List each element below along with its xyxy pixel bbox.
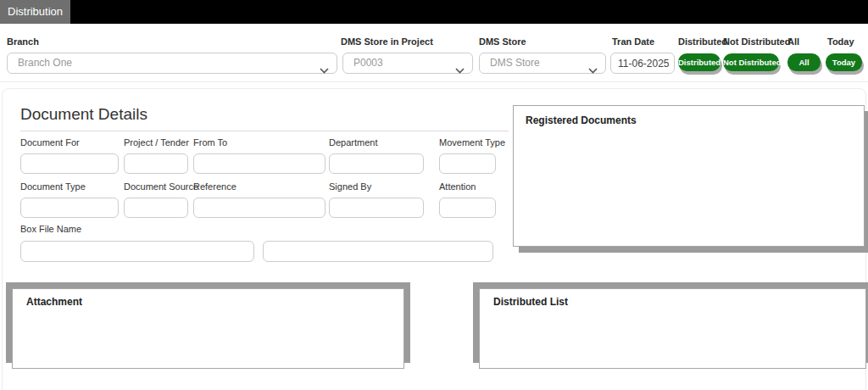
dms-store-value: DMS Store bbox=[490, 57, 540, 69]
dms-store-in-project-value: P0003 bbox=[353, 57, 383, 69]
signed-by-label: Signed By bbox=[329, 181, 424, 192]
filter-divider bbox=[0, 81, 868, 82]
chevron-down-icon bbox=[320, 61, 329, 81]
department-input[interactable] bbox=[329, 153, 424, 174]
department-label: Department bbox=[329, 137, 424, 148]
from-to-label: From To bbox=[193, 137, 326, 148]
reference-input[interactable] bbox=[193, 198, 326, 218]
tran-date-input[interactable] bbox=[610, 53, 675, 74]
dms-store-in-project-select[interactable]: P0003 bbox=[342, 53, 473, 74]
attention-input[interactable] bbox=[439, 198, 496, 218]
box-file-name-input-2[interactable] bbox=[263, 241, 493, 262]
field-signed-by: Signed By bbox=[329, 181, 424, 218]
distributed-button[interactable]: Distributed bbox=[678, 53, 721, 71]
field-document-for: Document For bbox=[20, 137, 119, 174]
all-button[interactable]: All bbox=[787, 53, 821, 71]
top-bar: Distribution bbox=[0, 0, 868, 24]
field-from-to: From To bbox=[193, 137, 326, 174]
document-for-input[interactable] bbox=[20, 153, 119, 174]
today-label: Today bbox=[827, 36, 854, 47]
project-tender-label: Project / Tender bbox=[124, 137, 188, 148]
dms-store-select[interactable]: DMS Store bbox=[479, 53, 606, 74]
field-movement-type: Movement Type bbox=[439, 137, 496, 174]
signed-by-input[interactable] bbox=[329, 198, 424, 218]
attachment-title: Attachment bbox=[13, 289, 403, 308]
registered-documents-panel: Registered Documents bbox=[513, 105, 865, 247]
field-project-tender: Project / Tender bbox=[124, 137, 188, 174]
field-document-source: Document Source bbox=[124, 181, 188, 218]
all-label: All bbox=[787, 36, 799, 47]
document-source-input[interactable] bbox=[124, 198, 188, 218]
reference-label: Reference bbox=[193, 181, 326, 192]
today-button[interactable]: Today bbox=[826, 53, 862, 71]
document-details-title: Document Details bbox=[20, 105, 147, 124]
movement-type-label: Movement Type bbox=[439, 137, 496, 148]
not-distributed-button[interactable]: Not Distributed bbox=[723, 53, 779, 71]
box-file-name-input-1[interactable] bbox=[20, 241, 254, 262]
tab-distribution[interactable]: Distribution bbox=[0, 0, 70, 24]
field-attention: Attention bbox=[439, 181, 496, 218]
document-for-label: Document For bbox=[20, 137, 119, 148]
chevron-down-icon bbox=[455, 61, 465, 81]
registered-documents-title: Registered Documents bbox=[514, 106, 864, 126]
tran-date-label: Tran Date bbox=[612, 36, 654, 47]
dms-store-in-project-label: DMS Store in Project bbox=[341, 36, 433, 47]
document-type-input[interactable] bbox=[20, 198, 119, 218]
dms-store-label: DMS Store bbox=[479, 36, 526, 47]
distributed-list-title: Distributed List bbox=[480, 289, 865, 308]
field-document-type: Document Type bbox=[20, 181, 119, 218]
box-file-name-label: Box File Name bbox=[20, 224, 81, 234]
document-details-divider bbox=[20, 131, 509, 131]
attention-label: Attention bbox=[439, 181, 496, 192]
document-type-label: Document Type bbox=[20, 181, 119, 192]
chevron-down-icon bbox=[588, 61, 598, 81]
branch-label: Branch bbox=[7, 36, 39, 47]
document-source-label: Document Source bbox=[124, 181, 188, 192]
distributed-label: Distributed bbox=[678, 36, 727, 47]
project-tender-input[interactable] bbox=[124, 153, 188, 174]
branch-select-value: Branch One bbox=[18, 57, 72, 69]
attachment-panel: Attachment bbox=[12, 288, 404, 369]
from-to-input[interactable] bbox=[193, 153, 326, 174]
field-department: Department bbox=[329, 137, 424, 174]
movement-type-input[interactable] bbox=[439, 153, 496, 174]
not-distributed-label: Not Distributed bbox=[723, 36, 790, 47]
field-reference: Reference bbox=[193, 181, 326, 218]
branch-select[interactable]: Branch One bbox=[7, 53, 337, 74]
distributed-list-panel: Distributed List bbox=[479, 288, 866, 369]
